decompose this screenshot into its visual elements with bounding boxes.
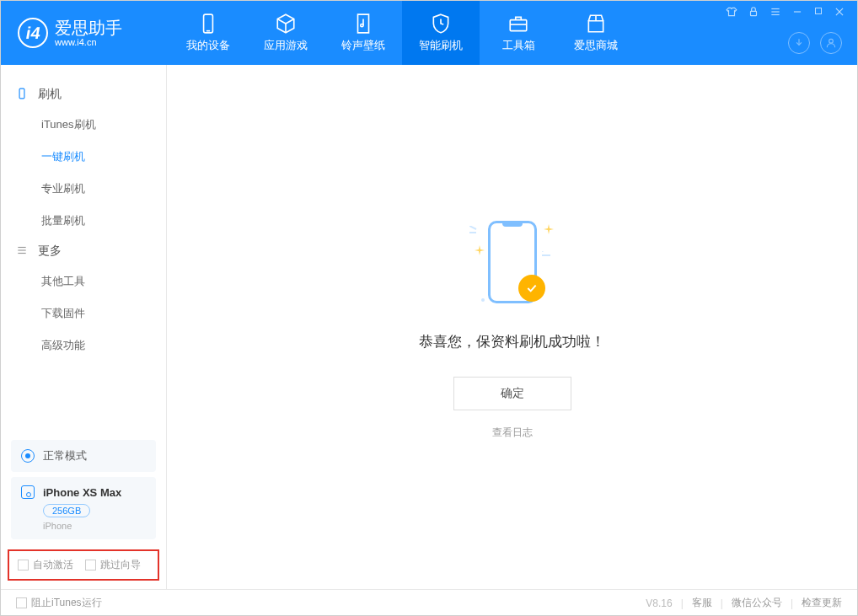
logo[interactable]: i4 爱思助手 www.i4.cn <box>1 18 169 48</box>
sidebar-item-batch-flash[interactable]: 批量刷机 <box>41 205 166 237</box>
sparkle-icon <box>475 244 480 249</box>
list-icon <box>16 244 29 259</box>
mode-icon <box>21 449 35 463</box>
sidebar-section-more[interactable]: 更多 <box>1 237 166 265</box>
minimize-button[interactable] <box>791 6 803 20</box>
svg-rect-0 <box>204 14 213 33</box>
cube-icon <box>275 13 297 35</box>
check-update-link[interactable]: 检查更新 <box>802 596 842 610</box>
nav-toolbox[interactable]: 工具箱 <box>480 1 557 65</box>
svg-rect-7 <box>751 11 757 15</box>
svg-rect-12 <box>816 8 822 14</box>
nav-ringtone-wallpaper[interactable]: 铃声壁纸 <box>324 1 402 65</box>
mode-indicator[interactable]: 正常模式 <box>11 440 156 472</box>
nav-smart-flash[interactable]: 智能刷机 <box>402 1 480 65</box>
footer: 阻止iTunes运行 V8.16 | 客服 | 微信公众号 | 检查更新 <box>1 589 857 616</box>
sparkle-icon <box>544 222 549 228</box>
user-button[interactable] <box>820 32 842 54</box>
menu-icon[interactable] <box>770 6 781 20</box>
sidebar-item-pro-flash[interactable]: 专业刷机 <box>41 173 166 205</box>
lock-icon[interactable] <box>748 6 759 20</box>
phone-icon <box>16 88 29 102</box>
sparkle-icon <box>478 293 483 298</box>
options-highlighted: 自动激活 跳过向导 <box>8 549 159 581</box>
support-link[interactable]: 客服 <box>692 596 712 610</box>
app-name: 爱思助手 <box>55 19 122 36</box>
ok-button[interactable]: 确定 <box>453 377 571 410</box>
header: i4 爱思助手 www.i4.cn 我的设备 应用游戏 铃声壁纸 智能刷机 工具… <box>1 1 857 65</box>
maximize-button[interactable] <box>813 6 823 20</box>
sidebar-item-oneclick-flash[interactable]: 一键刷机 <box>41 141 166 173</box>
svg-line-21 <box>469 226 476 229</box>
device-capacity: 256GB <box>43 504 90 517</box>
app-url: www.i4.cn <box>55 38 122 47</box>
music-file-icon <box>352 13 374 35</box>
sidebar-item-other-tools[interactable]: 其他工具 <box>41 265 166 297</box>
top-nav: 我的设备 应用游戏 铃声壁纸 智能刷机 工具箱 爱思商城 <box>169 1 635 65</box>
success-illustration <box>475 214 550 315</box>
checkbox-skip-guide[interactable]: 跳过向导 <box>85 558 141 572</box>
sidebar-item-advanced[interactable]: 高级功能 <box>41 329 166 362</box>
sidebar: 刷机 iTunes刷机 一键刷机 专业刷机 批量刷机 更多 其他工具 下载固件 … <box>1 65 167 589</box>
device-name: iPhone XS Max <box>43 486 121 499</box>
device-type: iPhone <box>43 521 146 531</box>
svg-point-3 <box>361 24 363 27</box>
device-icon <box>197 13 219 35</box>
sidebar-item-itunes-flash[interactable]: iTunes刷机 <box>41 109 166 141</box>
toolbox-icon <box>507 13 529 35</box>
version-label: V8.16 <box>646 597 672 609</box>
checkbox-block-itunes[interactable]: 阻止iTunes运行 <box>16 596 102 610</box>
wechat-link[interactable]: 微信公众号 <box>732 596 782 610</box>
checkbox-auto-activate[interactable]: 自动激活 <box>18 558 73 572</box>
nav-store[interactable]: 爱思商城 <box>557 1 635 65</box>
shirt-icon[interactable] <box>726 6 737 20</box>
close-button[interactable] <box>834 6 845 20</box>
app-logo-icon: i4 <box>18 18 48 48</box>
device-info[interactable]: iPhone XS Max 256GB iPhone <box>11 477 156 539</box>
success-message: 恭喜您，保资料刷机成功啦！ <box>419 332 605 351</box>
svg-point-16 <box>829 39 834 43</box>
sidebar-section-flash[interactable]: 刷机 <box>1 80 166 109</box>
nav-my-device[interactable]: 我的设备 <box>169 1 247 65</box>
device-icon <box>21 485 35 499</box>
shield-icon <box>430 13 452 35</box>
main-content: 恭喜您，保资料刷机成功啦！ 确定 查看日志 <box>167 65 857 589</box>
nav-apps-games[interactable]: 应用游戏 <box>247 1 324 65</box>
header-right <box>726 1 845 65</box>
store-icon <box>585 13 607 35</box>
svg-rect-17 <box>19 88 24 99</box>
checkmark-badge-icon <box>518 275 545 302</box>
sidebar-item-download-firmware[interactable]: 下载固件 <box>41 297 166 329</box>
svg-point-23 <box>481 298 485 302</box>
view-log-link[interactable]: 查看日志 <box>492 426 533 440</box>
download-button[interactable] <box>788 32 810 54</box>
svg-rect-4 <box>510 20 527 31</box>
window-controls <box>726 6 845 20</box>
